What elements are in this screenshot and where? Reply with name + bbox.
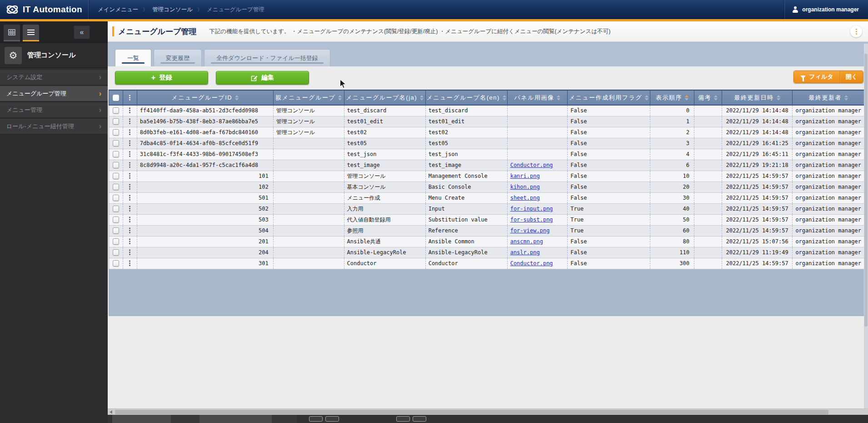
column-header[interactable]: メニューグループ名(ja) xyxy=(344,90,425,105)
vertical-scrollbar-thumb[interactable] xyxy=(864,54,868,327)
row-checkbox[interactable] xyxy=(113,107,119,114)
menu-grid-view-button[interactable] xyxy=(4,25,20,41)
edit-button[interactable]: 編集 xyxy=(216,71,309,85)
row-kebab-icon[interactable] xyxy=(129,118,130,125)
panel-image-link[interactable]: for-view.png xyxy=(510,227,550,234)
row-kebab-icon[interactable] xyxy=(129,217,130,223)
column-header[interactable]: メニューグループ名(en) xyxy=(425,90,507,105)
tab-list[interactable]: 一覧 xyxy=(115,49,151,66)
filter-button[interactable]: フィルタ xyxy=(794,71,839,83)
panel-image-link[interactable]: for-input.png xyxy=(510,206,553,212)
footer-button[interactable] xyxy=(413,416,426,422)
row-checkbox[interactable] xyxy=(113,140,119,146)
sort-arrows-icon[interactable] xyxy=(714,95,718,101)
panel-image-link[interactable]: anslr.png xyxy=(510,249,540,256)
footer-button[interactable] xyxy=(309,416,323,422)
menu-list-view-button[interactable] xyxy=(23,25,39,41)
panel-image-link[interactable]: sheet.png xyxy=(510,195,540,201)
panel-image-link[interactable]: for-subst.png xyxy=(510,217,553,223)
row-kebab-icon[interactable] xyxy=(129,173,130,179)
row-checkbox[interactable] xyxy=(113,227,119,234)
table-row: 503代入値自動登録用Substitution valuefor-subst.p… xyxy=(109,214,864,225)
tab-download[interactable]: 全件ダウンロード・ファイル一括登録 xyxy=(204,49,330,66)
row-checkbox[interactable] xyxy=(113,249,119,256)
column-header[interactable]: パネル用画像 xyxy=(507,90,568,105)
panel-image-link[interactable]: anscmn.png xyxy=(510,238,543,245)
scroll-left-arrow-icon[interactable] xyxy=(110,410,112,414)
table-row: 102基本コンソールBasic Consolekihon.pngFalse202… xyxy=(109,181,864,192)
cell-id: 7dba4c85-0f14-4634-af0b-85cfce0d51f9 xyxy=(137,138,273,149)
row-kebab-icon[interactable] xyxy=(129,227,130,234)
column-header[interactable]: 親メニューグループ xyxy=(273,90,344,105)
row-kebab-icon[interactable] xyxy=(129,195,130,201)
sort-arrows-icon[interactable] xyxy=(844,95,848,101)
filter-button-group[interactable]: フィルタ 開く xyxy=(793,70,863,83)
column-header[interactable]: 最終更新日時 xyxy=(722,90,793,105)
page-menu-kebab-icon[interactable] xyxy=(850,25,862,37)
row-kebab-icon[interactable] xyxy=(129,238,130,245)
row-kebab-icon[interactable] xyxy=(129,151,130,157)
row-kebab-icon[interactable] xyxy=(129,107,130,114)
row-checkbox[interactable] xyxy=(113,162,119,168)
row-kebab-icon[interactable] xyxy=(129,140,130,146)
row-checkbox[interactable] xyxy=(113,195,119,201)
user-menu[interactable]: organization manager xyxy=(784,0,868,19)
panel-image-link[interactable]: kanri.png xyxy=(510,173,540,179)
sidebar-item[interactable]: ロール-メニュー紐付管理› xyxy=(0,119,108,134)
row-checkbox[interactable] xyxy=(113,206,119,212)
row-checkbox[interactable] xyxy=(113,151,119,157)
cell-menu_create_flag: False xyxy=(568,160,650,171)
column-header[interactable]: 表示順序 xyxy=(650,90,694,105)
sidebar-item[interactable]: メニューグループ管理› xyxy=(0,86,108,101)
vertical-scrollbar[interactable] xyxy=(864,44,868,408)
breadcrumb-item[interactable]: メニューグループ管理 xyxy=(207,6,264,14)
horizontal-scrollbar[interactable] xyxy=(108,408,868,415)
row-menu-cell xyxy=(123,127,137,138)
sort-arrows-icon[interactable] xyxy=(685,95,688,101)
row-checkbox[interactable] xyxy=(113,238,119,245)
sort-arrows-icon[interactable] xyxy=(503,95,506,101)
filter-open-button[interactable]: 開く xyxy=(840,71,863,83)
tab-history[interactable]: 変更履歴 xyxy=(154,49,202,66)
panel-image-link[interactable]: kihon.png xyxy=(510,184,540,190)
breadcrumb-item[interactable]: メインメニュー xyxy=(98,6,138,14)
row-kebab-icon[interactable] xyxy=(129,129,130,136)
column-header[interactable]: 最終更新者 xyxy=(793,90,864,105)
sort-arrows-icon[interactable] xyxy=(235,95,239,101)
row-menu-cell xyxy=(123,203,137,214)
sidebar-item[interactable]: システム設定› xyxy=(0,70,108,85)
sort-arrows-icon[interactable] xyxy=(645,95,649,101)
row-kebab-icon[interactable] xyxy=(129,249,130,256)
panel-image-link[interactable]: Conductor.png xyxy=(510,260,553,267)
sort-arrows-icon[interactable] xyxy=(557,95,560,101)
sidebar-item[interactable]: メニュー管理› xyxy=(0,102,108,117)
row-kebab-icon[interactable] xyxy=(129,260,130,267)
row-checkbox-cell xyxy=(109,105,123,116)
row-checkbox[interactable] xyxy=(113,129,119,136)
sort-arrows-icon[interactable] xyxy=(338,95,342,101)
sidebar-collapse-button[interactable]: « xyxy=(74,25,90,39)
row-kebab-icon[interactable] xyxy=(129,184,130,190)
column-header[interactable]: メニューグループID xyxy=(137,90,273,105)
row-kebab-icon[interactable] xyxy=(129,206,130,212)
panel-image-link[interactable]: Conductor.png xyxy=(510,162,553,168)
row-checkbox[interactable] xyxy=(113,260,119,267)
row-kebab-icon[interactable] xyxy=(129,162,130,168)
select-all-checkbox[interactable] xyxy=(113,95,119,101)
row-checkbox[interactable] xyxy=(113,118,119,125)
column-header[interactable]: メニュー作成利用フラグ xyxy=(568,90,650,105)
row-checkbox[interactable] xyxy=(113,217,119,223)
row-checkbox[interactable] xyxy=(113,173,119,179)
horizontal-scrollbar-thumb[interactable] xyxy=(115,410,828,414)
sort-arrows-icon[interactable] xyxy=(777,95,780,101)
sort-arrows-icon[interactable] xyxy=(420,95,424,101)
footer-button[interactable] xyxy=(325,416,339,422)
footer-button[interactable] xyxy=(396,416,410,422)
register-button[interactable]: + 登録 xyxy=(115,71,208,85)
cell-note xyxy=(694,258,722,269)
column-header[interactable]: 備考 xyxy=(694,90,722,105)
row-checkbox[interactable] xyxy=(113,184,119,190)
breadcrumb-item[interactable]: 管理コンソール xyxy=(152,6,193,14)
cell-updated_by: organization manager xyxy=(793,192,864,203)
cell-display_order: 50 xyxy=(650,214,694,225)
